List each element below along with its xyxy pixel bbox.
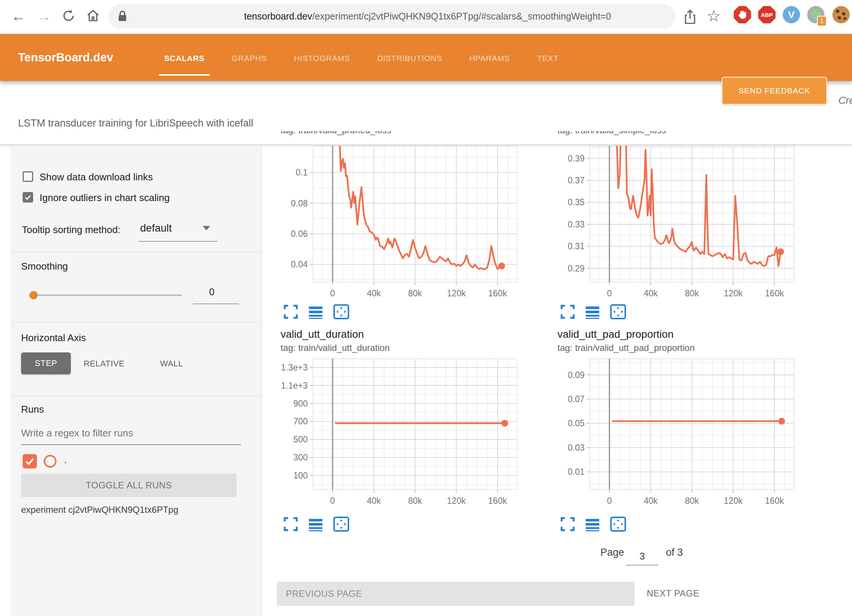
page-number-input[interactable]: 3 [626,550,658,562]
svg-text:100: 100 [293,471,308,480]
show-download-links-checkbox[interactable] [23,171,33,182]
run-checkbox[interactable] [23,454,37,468]
privacy-extension-icon[interactable]: 1 [807,6,825,23]
svg-text:160k: 160k [765,496,784,506]
runs-section-label: Runs [21,404,44,415]
axis-relative-button[interactable]: RELATIVE [84,359,125,369]
svg-text:0.04: 0.04 [291,259,308,269]
fit-domain-icon[interactable] [333,304,350,319]
show-download-links-label: Show data download links [40,171,153,183]
svg-text:40k: 40k [367,288,381,298]
previous-page-button[interactable]: PREVIOUS PAGE [277,582,635,606]
url-host: tensorboard.dev [244,11,312,22]
flat-y-axis-icon[interactable] [308,517,323,532]
svg-text:40k: 40k [644,288,658,298]
bookmark-star-icon[interactable]: ☆ [707,8,721,24]
forward-icon[interactable]: → [37,9,51,23]
home-icon[interactable] [85,8,101,25]
page-root: ← → tensorboard.dev/experiment/cj2vtPiwQ… [0,0,852,616]
fit-domain-icon[interactable] [333,517,350,532]
svg-text:0.39: 0.39 [568,154,585,163]
svg-text:160k: 160k [488,496,507,506]
axis-step-button[interactable]: STEP [21,352,71,374]
svg-text:0.29: 0.29 [568,264,585,273]
tab-hparams[interactable]: HPARAMS [466,37,513,78]
svg-text:0.06: 0.06 [291,229,308,239]
next-page-button[interactable]: NEXT PAGE [647,588,699,599]
smoothing-slider[interactable] [33,294,182,296]
fullscreen-icon[interactable] [283,304,298,319]
horizontal-axis-label: Horizontal Axis [21,332,86,344]
fullscreen-icon[interactable] [560,304,575,319]
created-text-clipped: Crea [838,95,852,107]
chart-valid-utt-pad-proportion: 040k80k120k160k0.010.030.050.070.09 [557,358,800,508]
svg-text:120k: 120k [447,496,466,506]
svg-text:0.07: 0.07 [568,394,585,404]
fullscreen-icon[interactable] [283,517,298,532]
blocker-hand-icon[interactable] [734,6,751,23]
run-color-ring[interactable] [44,455,56,468]
cookie-extension-icon[interactable] [832,6,850,23]
adblock-plus-icon[interactable]: ABP [758,6,776,23]
svg-text:120k: 120k [724,496,743,506]
chart-toolbar [283,517,350,532]
svg-text:1.3e+3: 1.3e+3 [281,363,308,372]
svg-text:700: 700 [293,416,308,426]
reload-icon[interactable] [61,8,76,25]
url-bar[interactable]: tensorboard.dev/experiment/cj2vtPiwQHKN9… [108,4,675,29]
tab-histograms[interactable]: HISTOGRAMS [291,37,353,78]
chart-valid-utt-duration: 040k80k120k160k1003005007009001.1e+31.3e… [281,358,524,508]
smoothing-value-input[interactable]: 0 [209,286,214,298]
browser-toolbar: ← → tensorboard.dev/experiment/cj2vtPiwQ… [0,0,852,34]
chart-title: valid_utt_pad_proportion [557,328,673,340]
svg-text:80k: 80k [685,496,699,506]
chart-valid-simple-loss: 040k80k120k160k0.290.310.330.350.370.39 [557,146,800,302]
run-name-label: . [64,454,67,466]
flat-y-axis-icon[interactable] [585,304,600,319]
tab-text[interactable]: TEXT [534,37,562,78]
svg-text:120k: 120k [447,288,466,298]
chevron-down-icon[interactable] [203,226,210,230]
smoothing-slider-thumb[interactable] [29,291,38,299]
chart-tag-clipped: tag: train/valid_simple_loss [557,131,799,145]
v-extension-icon[interactable]: V [783,6,800,23]
svg-text:0.1: 0.1 [296,168,308,177]
svg-text:80k: 80k [408,288,422,298]
app-header: TensorBoard.dev SCALARS GRAPHS HISTOGRAM… [0,34,852,81]
svg-text:0.35: 0.35 [568,197,585,207]
svg-text:0.03: 0.03 [568,443,585,453]
svg-text:900: 900 [293,399,308,409]
svg-text:1.1e+3: 1.1e+3 [281,381,308,390]
svg-text:0.31: 0.31 [568,241,585,251]
tab-graphs[interactable]: GRAPHS [229,37,270,78]
svg-text:0.08: 0.08 [291,198,308,208]
chart-tag-clipped: tag: train/valid_pruned_loss [281,131,522,145]
back-icon[interactable]: ← [11,9,26,23]
axis-wall-button[interactable]: WALL [160,359,183,369]
experiment-title: LSTM transducer training for LibriSpeech… [18,117,253,129]
svg-text:0.05: 0.05 [568,418,585,428]
send-feedback-button[interactable]: SEND FEEDBACK [722,77,827,105]
chart-toolbar [560,304,626,319]
fit-domain-icon[interactable] [610,517,626,532]
flat-y-axis-icon[interactable] [585,517,600,532]
runs-filter-input[interactable]: Write a regex to filter runs [21,427,133,439]
fullscreen-icon[interactable] [560,517,575,532]
tooltip-sorting-select[interactable]: default [140,222,172,234]
toggle-all-runs-button[interactable]: TOGGLE ALL RUNS [21,474,237,497]
flat-y-axis-icon[interactable] [308,304,323,319]
sidebar-divider [11,252,261,252]
page-label: Page [600,547,624,558]
sidebar-divider [11,322,261,322]
share-icon[interactable] [683,9,698,26]
svg-text:0.09: 0.09 [568,370,585,380]
tab-distributions[interactable]: DISTRIBUTIONS [374,37,445,78]
sidebar-divider [11,396,261,396]
svg-text:0.01: 0.01 [568,467,585,477]
tab-scalars[interactable]: SCALARS [161,37,208,78]
ignore-outliers-checkbox[interactable] [23,192,33,203]
svg-text:120k: 120k [724,288,743,298]
svg-text:160k: 160k [765,288,784,298]
fit-domain-icon[interactable] [610,304,626,319]
svg-text:40k: 40k [367,496,381,506]
